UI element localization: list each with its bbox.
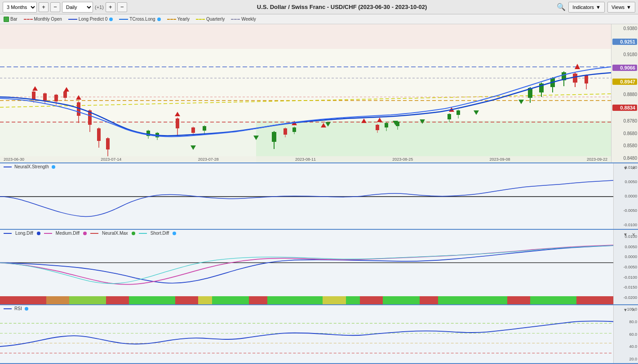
yearly-line [167, 19, 176, 20]
price-8947-badge: 0.8947 [612, 79, 637, 85]
diff-panel-controls: ▼ ✕ [622, 231, 637, 238]
diff-color-bar [0, 296, 613, 304]
legend-bar-label: Bar [10, 17, 18, 22]
chart-title: U.S. Dollar / Swiss Franc - USD/CHF (202… [129, 4, 555, 10]
rsi-title: RSI [14, 306, 22, 311]
price-8480: 0.8480 [612, 156, 637, 161]
search-icon[interactable]: 🔍 [557, 3, 566, 11]
medium-diff-dot [83, 232, 87, 235]
date-2: 2023-07-28 [198, 157, 219, 162]
diff-label-4: -0.0050 [615, 265, 637, 269]
neural-strength-line-icon [4, 167, 12, 167]
price-8834-badge: 0.8834 [612, 105, 637, 111]
legend-yearly-label: Yearly [177, 17, 190, 22]
rsi-axis: 100.0 80.0 60.0 40.0 20.0 [613, 305, 638, 363]
indicators-dropdown-icon: ▼ [596, 4, 601, 10]
diff-close[interactable]: ✕ [630, 231, 637, 238]
rsi-label-80: 80.0 [615, 320, 637, 324]
short-diff-label: Short.Diff [151, 231, 169, 236]
neural-strength-header: NeuralX.Strength [4, 164, 55, 169]
price-8680: 0.8680 [612, 131, 637, 136]
rsi-label-20: 20.0 [615, 357, 637, 361]
rsi-controls: ▼ ✕ [622, 306, 637, 313]
price-9066-badge: 0.9066 [612, 65, 637, 71]
price-8580: 0.8580 [612, 143, 637, 148]
ns-label-3: 0.0000 [615, 194, 637, 198]
views-dropdown-icon: ▼ [626, 4, 631, 10]
long-predict-line [68, 19, 77, 20]
legend-tcross-item: TCross.Long [119, 17, 160, 22]
neural-strength-svg [0, 163, 613, 230]
neuralx-max-label: NeuralX.Max [102, 231, 128, 236]
indicators-btn[interactable]: Indicators ▼ [568, 2, 605, 13]
diff-panel-axis: 0.0100 0.0050 0.0000 -0.0050 -0.0100 -0.… [613, 230, 638, 304]
rsi-label-40: 40.0 [615, 344, 637, 349]
monthly-open-line [24, 19, 33, 20]
legend-bar-item: Bar [4, 17, 18, 22]
svg-rect-26 [97, 128, 101, 141]
medium-diff-label: Medium.Diff [56, 231, 80, 236]
svg-rect-39 [203, 126, 206, 131]
svg-rect-13 [43, 93, 47, 101]
date-6: 2023-09-22 [587, 157, 607, 162]
plus-one-label: (+1) [95, 4, 104, 10]
svg-rect-37 [191, 127, 195, 133]
price-8880: 0.8880 [612, 92, 637, 97]
legend-monthly-label: Monthly Open [34, 17, 62, 22]
weekly-line [231, 19, 240, 20]
neural-strength-axis: 0.0100 0.0050 0.0000 -0.0050 -0.0100 [613, 163, 638, 229]
svg-rect-51 [385, 123, 388, 127]
diff-dropdown[interactable]: ▼ [622, 231, 629, 238]
indicators-label: Indicators [572, 4, 594, 10]
diff-label-3: 0.0000 [615, 254, 637, 259]
svg-rect-45 [292, 127, 296, 132]
legend-longpredict-item: Long Predict 0 [68, 17, 113, 22]
ns-label-4: -0.0050 [615, 208, 637, 213]
neural-strength-dot [52, 165, 55, 169]
bar-color-box [4, 17, 9, 22]
rsi-dropdown[interactable]: ▼ [622, 306, 629, 313]
back-btn[interactable]: − [117, 2, 127, 12]
date-5: 2023-09-08 [490, 157, 510, 162]
rsi-label-60: 60.0 [615, 332, 637, 337]
toolbar: 3 Months 1 Month 6 Months + − Daily Week… [0, 0, 638, 14]
neuralx-max-line-icon [90, 233, 98, 234]
short-diff-dot [173, 232, 176, 235]
zoom-in-btn[interactable]: + [39, 2, 49, 12]
neural-strength-close[interactable]: ✕ [630, 164, 637, 171]
legend-yearly-item: Yearly [167, 17, 190, 22]
svg-rect-70 [573, 74, 577, 83]
svg-rect-28 [106, 138, 110, 149]
ns-label-2: 0.0050 [615, 180, 637, 184]
svg-rect-43 [284, 128, 287, 135]
neural-strength-dropdown[interactable]: ▼ [622, 164, 629, 171]
legend-quarterly-label: Quarterly [206, 17, 225, 22]
main-chart[interactable]: 0.9380 0.9251 0.9180 0.9066 0.8947 0.888… [0, 24, 638, 163]
long-diff-dot [37, 232, 40, 235]
medium-diff-line-icon [44, 233, 52, 234]
diff-label-7: -0.0200 [615, 295, 637, 300]
main-chart-svg [0, 24, 611, 163]
price-9380: 0.9380 [612, 26, 637, 31]
short-diff-line-icon [139, 233, 147, 234]
interval-select[interactable]: Daily Weekly Monthly [62, 2, 93, 13]
date-3: 2023-08-11 [295, 157, 316, 162]
legend-monthly-item: Monthly Open [24, 17, 62, 22]
svg-rect-15 [54, 95, 58, 101]
svg-rect-72 [585, 75, 588, 83]
timeframe-select[interactable]: 3 Months 1 Month 6 Months [3, 2, 37, 13]
views-label: Views [611, 4, 625, 10]
svg-rect-57 [447, 114, 451, 119]
price-9251-badge: 0.9251 [612, 39, 637, 45]
svg-rect-31 [176, 118, 179, 128]
rsi-panel: RSI ▼ ✕ 100.0 80.0 60.0 40.0 20.0 [0, 305, 638, 364]
zoom-out-btn[interactable]: − [50, 2, 60, 12]
price-axis: 0.9380 0.9251 0.9180 0.9066 0.8947 0.888… [611, 24, 638, 162]
diff-panel-header: Long.Diff Medium.Diff NeuralX.Max Short.… [4, 231, 176, 236]
rsi-dot [25, 307, 28, 311]
rsi-close[interactable]: ✕ [630, 306, 637, 313]
long-diff-line-icon [4, 233, 12, 234]
forward-btn[interactable]: + [106, 2, 115, 12]
neural-strength-title: NeuralX.Strength [14, 164, 49, 169]
views-btn[interactable]: Views ▼ [607, 2, 635, 13]
